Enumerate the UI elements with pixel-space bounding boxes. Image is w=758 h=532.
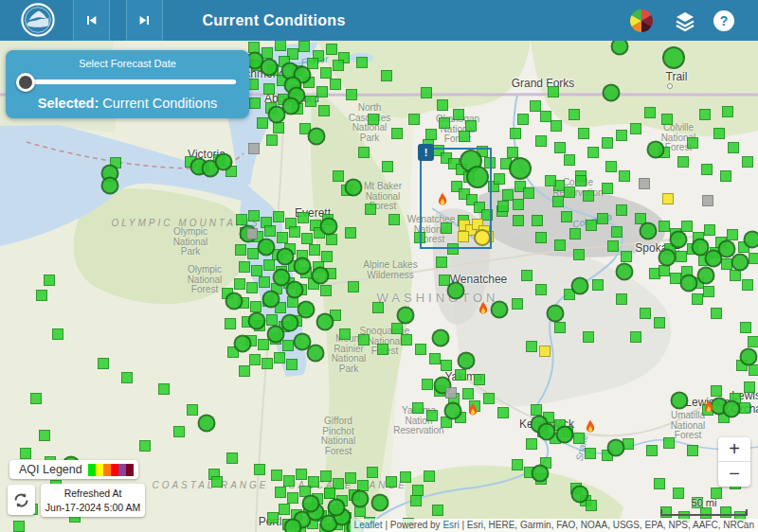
monitor-square-green[interactable]: [713, 128, 725, 139]
monitor-square-green[interactable]: [720, 170, 731, 182]
monitor-square-green[interactable]: [412, 402, 424, 414]
monitor-square-green[interactable]: [531, 404, 542, 416]
aqi-wheel-icon[interactable]: [629, 9, 654, 33]
agency-logo[interactable]: [20, 2, 56, 42]
monitor-circle-green[interactable]: [659, 249, 677, 267]
monitor-square-green[interactable]: [279, 504, 290, 515]
monitor-square-green[interactable]: [748, 336, 758, 347]
monitor-square-green[interactable]: [742, 156, 753, 168]
refresh-button[interactable]: [8, 485, 35, 515]
monitor-square-green[interactable]: [235, 244, 246, 256]
monitor-square-green[interactable]: [573, 249, 585, 260]
monitor-square-green[interactable]: [298, 41, 310, 52]
monitor-square-green[interactable]: [346, 89, 357, 100]
monitor-circle-green[interactable]: [277, 248, 295, 266]
monitor-square-green[interactable]: [52, 328, 63, 340]
monitor-square-green[interactable]: [602, 137, 613, 149]
monitor-square-green[interactable]: [521, 270, 532, 281]
monitor-square-green[interactable]: [554, 142, 566, 153]
monitor-square-gray[interactable]: [639, 178, 650, 189]
monitor-square-green[interactable]: [616, 204, 627, 216]
monitor-square-green[interactable]: [275, 487, 286, 498]
monitor-square-green[interactable]: [264, 225, 276, 237]
zoom-out-button[interactable]: −: [718, 462, 750, 487]
monitor-circle-green[interactable]: [261, 59, 279, 77]
monitor-square-green[interactable]: [436, 257, 447, 268]
monitor-square-green[interactable]: [358, 334, 370, 346]
monitor-square-green[interactable]: [345, 472, 356, 484]
monitor-square-green[interactable]: [320, 285, 332, 296]
monitor-square-green[interactable]: [282, 340, 294, 351]
monitor-circle-green[interactable]: [491, 301, 509, 319]
monitor-circle-green[interactable]: [607, 439, 625, 457]
monitor-circle-green[interactable]: [198, 415, 216, 433]
monitor-square-green[interactable]: [211, 476, 223, 488]
monitor-circle-green-large[interactable]: [662, 46, 685, 69]
monitor-circle-green[interactable]: [740, 348, 758, 366]
monitor-square-green[interactable]: [703, 286, 714, 297]
monitor-square-green[interactable]: [277, 232, 288, 243]
monitor-circle-green[interactable]: [345, 179, 363, 197]
monitor-square-gray[interactable]: [246, 228, 258, 239]
monitor-square-green[interactable]: [611, 226, 623, 238]
monitor-square-green[interactable]: [257, 117, 268, 129]
monitor-square-green[interactable]: [659, 265, 670, 276]
monitor-square-green[interactable]: [640, 308, 651, 319]
monitor-square-green[interactable]: [453, 109, 464, 120]
monitor-square-green[interactable]: [330, 79, 341, 90]
monitor-square-green[interactable]: [287, 492, 298, 504]
monitor-square-green[interactable]: [386, 476, 397, 488]
monitor-square-green[interactable]: [564, 186, 575, 198]
monitor-square-green[interactable]: [333, 60, 344, 71]
monitor-square-green[interactable]: [44, 275, 55, 286]
monitor-circle-green[interactable]: [234, 335, 252, 353]
alert-badge[interactable]: !: [418, 144, 434, 161]
monitor-square-green[interactable]: [517, 114, 529, 125]
monitor-square-green[interactable]: [234, 278, 245, 290]
monitor-square-green[interactable]: [586, 220, 597, 231]
monitor-square-green[interactable]: [266, 314, 278, 326]
monitor-square-green[interactable]: [20, 448, 31, 459]
monitor-square-green[interactable]: [368, 114, 379, 125]
monitor-square-green[interactable]: [749, 364, 758, 376]
monitor-square-green[interactable]: [275, 40, 286, 51]
monitor-square-green[interactable]: [391, 128, 403, 139]
monitor-square-green[interactable]: [554, 239, 566, 251]
monitor-square-green[interactable]: [408, 114, 420, 125]
slider-thumb[interactable]: [16, 73, 35, 92]
monitor-square-green[interactable]: [483, 393, 495, 404]
monitor-square-green[interactable]: [654, 478, 665, 489]
monitor-circle-green[interactable]: [671, 392, 689, 410]
monitor-circle-green[interactable]: [352, 490, 370, 508]
monitor-square-green[interactable]: [422, 379, 433, 390]
town-dot[interactable]: [667, 83, 673, 89]
monitor-square-green[interactable]: [318, 105, 330, 116]
monitor-square-green[interactable]: [526, 341, 537, 352]
monitor-square-green[interactable]: [526, 438, 537, 450]
monitor-square-green[interactable]: [605, 161, 617, 172]
monitor-circle-green[interactable]: [320, 218, 338, 236]
monitor-square-green[interactable]: [271, 470, 282, 481]
monitor-square-green[interactable]: [249, 354, 261, 365]
monitor-square-green[interactable]: [523, 187, 534, 199]
fire-icon[interactable]: [476, 300, 491, 317]
monitor-square-green[interactable]: [704, 224, 715, 236]
fire-icon[interactable]: [701, 399, 716, 416]
monitor-square-green[interactable]: [575, 175, 587, 186]
monitor-square-green[interactable]: [535, 284, 547, 295]
monitor-circle-green[interactable]: [640, 222, 658, 240]
monitor-circle-green[interactable]: [447, 282, 465, 300]
monitor-square-gray[interactable]: [445, 387, 457, 399]
monitor-square-green[interactable]: [248, 210, 260, 222]
monitor-square-green[interactable]: [692, 293, 703, 305]
monitor-square-green[interactable]: [687, 445, 698, 456]
monitor-square-green[interactable]: [744, 381, 755, 393]
forecast-date-slider[interactable]: [19, 80, 236, 84]
monitor-circle-green[interactable]: [731, 254, 749, 272]
monitor-square-green[interactable]: [381, 70, 392, 81]
monitor-square-green[interactable]: [296, 469, 307, 480]
monitor-square-green[interactable]: [497, 201, 509, 212]
monitor-square-green[interactable]: [273, 211, 284, 222]
monitor-square-green[interactable]: [663, 437, 675, 449]
monitor-square-green[interactable]: [554, 322, 566, 333]
